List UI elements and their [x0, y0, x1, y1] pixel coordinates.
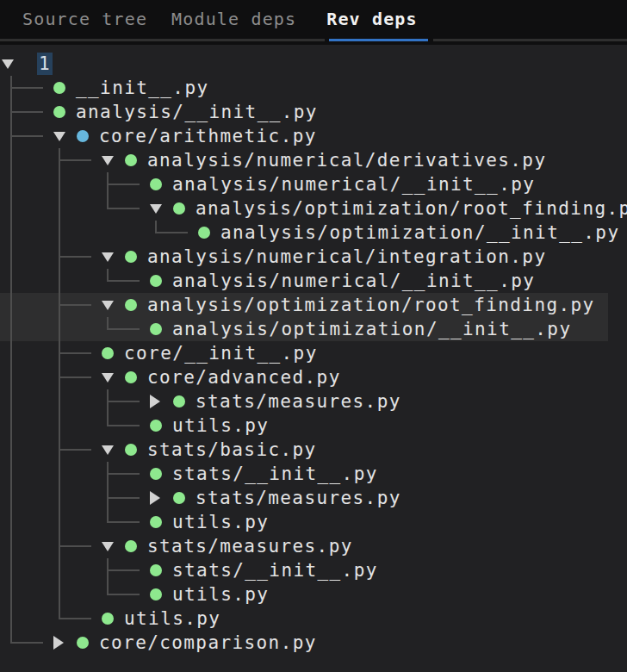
tree-indent-guide	[59, 582, 107, 607]
tab-underline-track	[0, 39, 325, 41]
tree-root-label: 1	[37, 53, 53, 75]
tree-connector-line	[107, 196, 155, 221]
tree-row[interactable]: __init__.py	[0, 76, 627, 100]
tree-node: stats/measures.py	[102, 534, 353, 558]
tree-node: analysis/numerical/derivatives.py	[102, 148, 546, 172]
tree-row[interactable]: analysis/numerical/__init__.py	[0, 172, 627, 196]
tree-row[interactable]: stats/measures.py	[0, 389, 627, 414]
tree-connector-line	[107, 510, 155, 534]
tree-row[interactable]: stats/__init__.py	[0, 558, 627, 582]
tree-row[interactable]: utils.py	[0, 582, 627, 607]
tree-indent-guide	[59, 221, 107, 245]
tree-row[interactable]: utils.py	[0, 510, 627, 534]
tree-row[interactable]: analysis/numerical/__init__.py	[0, 269, 627, 293]
tree-connector-line	[107, 389, 155, 414]
tree-node: analysis/numerical/integration.py	[102, 245, 546, 269]
tree-connector-line	[107, 269, 155, 293]
tree-node-label: utils.py	[172, 582, 269, 607]
tab-rev-deps[interactable]: Rev deps	[326, 0, 418, 38]
tree-indent-guide	[10, 293, 59, 317]
tree-row[interactable]: analysis/numerical/derivatives.py	[0, 148, 627, 172]
tree-indent-guide	[59, 389, 107, 414]
tree-node: stats/basic.py	[102, 438, 317, 462]
tree-row[interactable]: stats/__init__.py	[0, 462, 627, 486]
tree-indent-guide	[10, 607, 59, 631]
tree-node-label: __init__.py	[76, 76, 208, 100]
tree-row[interactable]: analysis/optimization/root_finding.py	[0, 293, 627, 317]
tree-indent-guide	[10, 269, 59, 293]
tree-node: core/arithmetic.py	[53, 124, 317, 148]
tree-node: __init__.py	[53, 76, 208, 100]
tree-connector-line	[107, 317, 155, 341]
module-dot-green-icon	[77, 637, 89, 649]
tree-row[interactable]: utils.py	[0, 607, 627, 631]
tab-module-deps[interactable]: Module deps	[171, 0, 296, 38]
tree-node-label: core/arithmetic.py	[99, 124, 317, 148]
tree-row[interactable]: analysis/__init__.py	[0, 100, 627, 124]
tree-node: utils.py	[150, 582, 269, 607]
tree-node-label: analysis/optimization/root_finding.py	[147, 293, 595, 317]
tree-node: utils.py	[150, 414, 269, 438]
tree-row[interactable]: analysis/optimization/__init__.py	[0, 317, 627, 341]
module-dot-green-icon	[173, 395, 185, 408]
collapse-triangle-icon[interactable]	[2, 59, 14, 69]
tree-row[interactable]: utils.py	[0, 414, 627, 438]
module-dot-green-icon	[125, 154, 137, 166]
tree-node: analysis/optimization/root_finding.py	[102, 293, 595, 317]
tree-row[interactable]: core/__init__.py	[0, 341, 627, 365]
tree-row[interactable]: stats/basic.py	[0, 438, 627, 462]
tree-connector-line	[59, 245, 107, 269]
tree-indent-guide	[10, 510, 59, 534]
tree-row[interactable]: analysis/optimization/__init__.py	[0, 221, 627, 245]
tree-connector-line	[107, 486, 155, 510]
tree-node-label: analysis/numerical/derivatives.py	[147, 148, 546, 172]
tree-row[interactable]: core/advanced.py	[0, 365, 627, 389]
tree-connector-line	[59, 365, 107, 389]
tree-indent-guide	[10, 462, 59, 486]
tree-node: stats/__init__.py	[150, 558, 378, 582]
tree-indent-guide	[59, 196, 107, 221]
tree-connector-line	[59, 341, 107, 365]
tree-indent-guide	[10, 582, 59, 607]
tree-connector-line	[59, 607, 107, 631]
tree-node: analysis/numerical/__init__.py	[150, 172, 535, 196]
tree-row[interactable]: core/arithmetic.py	[0, 124, 627, 148]
tree-indent-guide	[59, 510, 107, 534]
tab-bar: Source tree Module deps Rev deps	[0, 0, 627, 45]
tree-row[interactable]: stats/measures.py	[0, 486, 627, 510]
tree-node-label: stats/measures.py	[147, 534, 353, 558]
module-dot-green-icon	[125, 444, 137, 456]
tree-indent-guide	[10, 317, 59, 341]
tree-row[interactable]: core/comparison.py	[0, 631, 627, 655]
tree-indent-guide	[10, 148, 59, 172]
tree-row[interactable]: stats/measures.py	[0, 534, 627, 558]
rev-deps-tree: 1__init__.pyanalysis/__init__.pycore/ari…	[0, 45, 627, 655]
tree-row[interactable]: analysis/numerical/integration.py	[0, 245, 627, 269]
tree-node-label: utils.py	[172, 414, 269, 438]
tree-connector-line	[107, 582, 155, 607]
tab-source-tree[interactable]: Source tree	[22, 0, 147, 38]
tree-node: analysis/numerical/__init__.py	[150, 269, 535, 293]
tree-node-label: stats/measures.py	[196, 486, 401, 510]
tree-connector-line	[59, 148, 107, 172]
tree-node-label: analysis/numerical/__init__.py	[172, 172, 535, 196]
tree-indent-guide	[59, 269, 107, 293]
tree-connector-line	[107, 558, 155, 582]
tree-indent-guide	[59, 317, 107, 341]
tree-connector-line	[10, 124, 59, 148]
tree-node: analysis/optimization/root_finding.py	[150, 196, 627, 221]
tree-row[interactable]: analysis/optimization/root_finding.py	[0, 196, 627, 221]
tree-node-label: stats/__init__.py	[172, 558, 378, 582]
tree-root-row[interactable]: 1	[0, 52, 618, 76]
tree-indent-guide	[10, 486, 59, 510]
tree-indent-guide	[10, 172, 59, 196]
tree-node-label: core/__init__.py	[124, 341, 318, 365]
tab-underline-track	[433, 39, 627, 41]
tree-indent-guide	[59, 558, 107, 582]
module-dot-blue-icon	[77, 130, 89, 142]
tree-indent-guide	[10, 438, 59, 462]
tree-indent-guide	[10, 245, 59, 269]
tree-connector-line	[107, 172, 155, 196]
tree-node: analysis/optimization/__init__.py	[198, 221, 619, 245]
tree-indent-guide	[10, 558, 59, 582]
